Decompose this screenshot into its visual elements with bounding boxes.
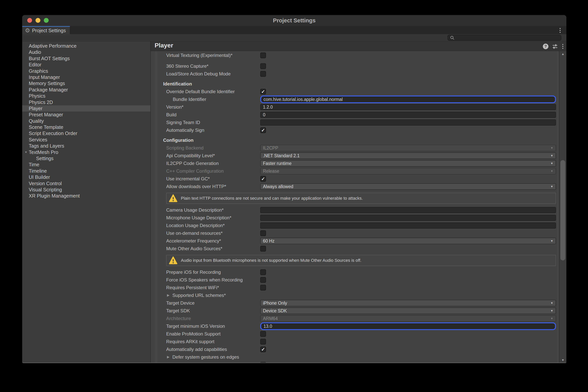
chevron-down-icon: ▼ <box>550 168 553 174</box>
accelerometer-frequency-dropdown[interactable]: 60 Hz▼ <box>260 238 556 244</box>
row-architecture: ArchitectureARM64▼ <box>151 315 556 322</box>
row-load-store-action-debug-mode: Load/Store Action Debug Mode <box>151 70 556 78</box>
build-field[interactable]: 0 <box>260 112 556 118</box>
version-field[interactable]: 1.2.0 <box>260 104 556 110</box>
warning-text: Audio input from Bluetooth microphones i… <box>181 258 361 263</box>
sidebar-item-player[interactable]: Player <box>22 105 150 112</box>
foldout-collapsed-icon[interactable]: ▶ <box>167 353 170 361</box>
sidebar-item-scene-template[interactable]: Scene Template <box>22 124 150 130</box>
setting-label: Requires ARKit support <box>166 338 214 346</box>
tab-project-settings[interactable]: ⚙ Project Settings <box>22 26 70 34</box>
warning-box: Audio input from Bluetooth microphones i… <box>166 255 556 266</box>
sidebar-item-package-manager[interactable]: Package Manager <box>22 86 150 93</box>
search-input[interactable] <box>455 35 559 40</box>
sidebar-item-preset-manager[interactable]: Preset Manager <box>22 112 150 118</box>
dropdown-value: Device SDK <box>263 308 287 313</box>
sidebar-item-physics-2d[interactable]: Physics 2D <box>22 99 150 105</box>
window-menu-icon[interactable] <box>558 28 562 33</box>
row-accelerometer-frequency: Accelerometer Frequency*60 Hz▼ <box>151 237 556 245</box>
sidebar-item-settings[interactable]: Settings <box>22 155 150 162</box>
setting-label: Microphone Usage Description* <box>166 214 231 222</box>
enable-promotion-support-checkbox[interactable] <box>260 331 266 337</box>
il2cpp-code-generation-dropdown[interactable]: Faster runtime▼ <box>260 160 556 167</box>
row-signing-team-id: Signing Team ID <box>151 119 556 126</box>
use-on-demand-resources-checkbox[interactable] <box>260 230 266 236</box>
target-minimum-ios-version-field[interactable]: 13.0 <box>260 322 556 330</box>
row-360-stereo-capture: 360 Stereo Capture* <box>151 62 556 70</box>
panel-menu-icon[interactable] <box>561 44 564 49</box>
section-header: Configuration <box>163 136 193 144</box>
signing-team-id-field[interactable] <box>260 120 556 126</box>
sidebar-item-services[interactable]: Services <box>22 136 150 143</box>
hide-home-button-on-iphone-x-checkbox[interactable] <box>260 362 266 363</box>
setting-label[interactable]: Supported URL schemes* <box>172 292 226 299</box>
sidebar-item-burst-aot-settings[interactable]: Burst AOT Settings <box>22 55 150 62</box>
sidebar-item-quality[interactable]: Quality <box>22 118 150 124</box>
dropdown-value: iPhone Only <box>263 300 287 306</box>
row-override-default-bundle-identifier: Override Default Bundle Identifier✓ <box>151 88 556 96</box>
sidebar-item-memory-settings[interactable]: Memory Settings <box>22 80 150 86</box>
sidebar-item-editor[interactable]: Editor <box>22 62 150 68</box>
bundle-identifier-field[interactable]: com.hive.tutorial.ios.apple.global.norma… <box>260 96 556 103</box>
prepare-ios-for-recording-checkbox[interactable] <box>260 269 266 275</box>
foldout-collapsed-icon[interactable]: ▶ <box>167 292 170 299</box>
requires-persistent-wifi-checkbox[interactable] <box>260 285 266 290</box>
sidebar-item-label: Timeline <box>29 168 47 174</box>
foldout-expanded-icon[interactable]: ▼ <box>25 149 28 155</box>
search-box[interactable] <box>447 35 561 41</box>
sidebar-item-label: Memory Settings <box>29 81 65 86</box>
vertical-scrollbar[interactable]: ▲ ▼ <box>559 51 566 363</box>
automatically-add-capabilities-checkbox[interactable]: ✓ <box>260 346 266 352</box>
allow-downloads-over-http-dropdown[interactable]: Always allowed▼ <box>260 183 556 190</box>
chevron-down-icon: ▼ <box>550 238 553 244</box>
sidebar-item-version-control[interactable]: Version Control <box>22 180 150 186</box>
sidebar-item-textmesh-pro[interactable]: ▼TextMesh Pro <box>22 149 150 155</box>
camera-usage-description-field[interactable] <box>260 207 556 213</box>
sidebar-item-time[interactable]: Time <box>22 162 150 168</box>
requires-arkit-support-checkbox[interactable] <box>260 339 266 344</box>
sidebar-item-adaptive-performance[interactable]: Adaptive Performance <box>22 43 150 49</box>
dropdown-value: .NET Standard 2.1 <box>263 153 300 158</box>
setting-label[interactable]: Defer system gestures on edges <box>172 353 239 361</box>
use-incremental-gc-checkbox[interactable]: ✓ <box>260 176 266 182</box>
sidebar-item-audio[interactable]: Audio <box>22 49 150 55</box>
360-stereo-capture-checkbox[interactable] <box>260 63 266 69</box>
virtual-texturing-experimental-checkbox[interactable] <box>260 52 266 58</box>
load-store-action-debug-mode-checkbox[interactable] <box>260 71 266 77</box>
row-requires-arkit-support: Requires ARKit support <box>151 338 556 346</box>
target-device-dropdown[interactable]: iPhone Only▼ <box>260 300 556 306</box>
presets-sliders-icon[interactable] <box>552 43 558 50</box>
sidebar-item-ui-builder[interactable]: UI Builder <box>22 174 150 180</box>
scroll-up-icon[interactable]: ▲ <box>559 52 566 56</box>
sidebar-item-xr-plugin-management[interactable]: XR Plugin Management <box>22 193 150 199</box>
sidebar-item-input-manager[interactable]: Input Manager <box>22 74 150 80</box>
sidebar-item-visual-scripting[interactable]: Visual Scripting <box>22 186 150 193</box>
sidebar-item-label: Editor <box>29 62 41 67</box>
api-compatibility-level-dropdown[interactable]: .NET Standard 2.1▼ <box>260 152 556 159</box>
target-sdk-dropdown[interactable]: Device SDK▼ <box>260 308 556 314</box>
microphone-usage-description-field[interactable] <box>260 215 556 221</box>
sidebar-item-timeline[interactable]: Timeline <box>22 168 150 174</box>
sidebar-item-script-execution-order[interactable]: Script Execution Order <box>22 130 150 136</box>
automatically-sign-checkbox[interactable]: ✓ <box>260 127 266 133</box>
setting-label: Enable ProMotion Support <box>166 330 221 338</box>
override-default-bundle-identifier-checkbox[interactable]: ✓ <box>260 89 266 94</box>
scroll-down-icon[interactable]: ▼ <box>559 358 566 362</box>
help-icon[interactable]: ? <box>543 44 548 49</box>
warning-icon <box>169 194 177 202</box>
mute-other-audio-sources-checkbox[interactable] <box>260 246 266 252</box>
scrollbar-thumb[interactable] <box>560 160 565 260</box>
sidebar-item-label: Physics <box>29 93 45 98</box>
location-usage-description-field[interactable] <box>260 222 556 228</box>
row-allow-downloads-over-http: Allow downloads over HTTP*Always allowed… <box>151 183 556 190</box>
sidebar-item-label: UI Builder <box>29 174 50 180</box>
force-ios-speakers-when-recording-checkbox[interactable] <box>260 277 266 283</box>
warning-box: Plain text HTTP connections are not secu… <box>166 193 556 204</box>
sidebar-item-physics[interactable]: Physics <box>22 93 150 99</box>
row-virtual-texturing-experimental: Virtual Texturing (Experimental)* <box>151 52 556 59</box>
row-force-ios-speakers-when-recording: Force iOS Speakers when Recording <box>151 276 556 284</box>
sidebar-item-graphics[interactable]: Graphics <box>22 68 150 74</box>
sidebar-item-tags-and-layers[interactable]: Tags and Layers <box>22 143 150 149</box>
warning-text: Plain text HTTP connections are not secu… <box>181 196 363 201</box>
sidebar-item-label: Input Manager <box>29 74 60 80</box>
